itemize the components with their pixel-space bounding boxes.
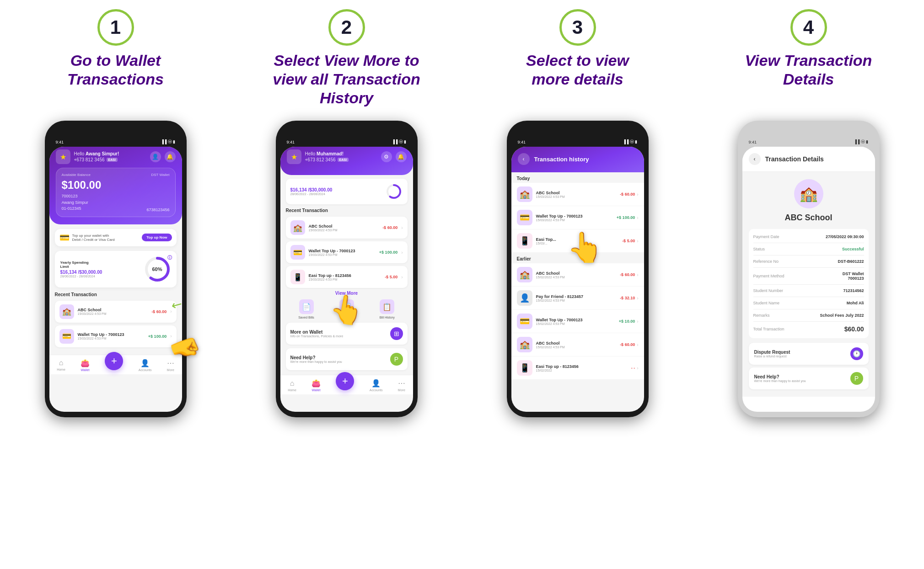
detail-total: Total Transaction $60.00 [753, 322, 864, 336]
txn-3-e3[interactable]: 💳 Wallet Top Up - 7000123 15/02/2022 4:5… [511, 310, 644, 333]
txn-3-e5-chevron: › [637, 366, 638, 371]
qa-bill-history[interactable]: 📋 Bill History [380, 299, 395, 319]
nav-wallet[interactable]: 👛 Wallet [81, 359, 90, 372]
txn-history-title: Transaction history [534, 156, 589, 163]
txn-3-e2-amount: -$ 32.10 [620, 296, 635, 300]
txn-3-e5[interactable]: 📱 Easi Top up - 8123456 15/02/2022 - - › [511, 356, 644, 380]
more-icon: ⋯ [167, 359, 174, 367]
help-section[interactable]: Need Help? We're more than happy to assi… [286, 348, 408, 370]
detail-student-name: Student Name Mohd Ali [753, 297, 864, 309]
txn-item-2[interactable]: 💳 Wallet Top Up - 7000123 15/03/2022 4:5… [55, 325, 177, 347]
txn-3-today-2[interactable]: 💳 Wallet Top Up - 7000123 15/03/2022 4:5… [511, 206, 644, 229]
txn-3-e1-right: -$ 60.00 › [620, 272, 638, 277]
phone-1-header-left: ★ Hello Awang Simpur! +673 812 3456 EASI [56, 149, 119, 164]
txn-icon-school: 🏫 [59, 304, 74, 319]
txn-3-today-1[interactable]: 🏫 ABC School 15/03/2022 4:53 PM -$ 60.00… [511, 183, 644, 206]
txn-3-e3-name: Wallet Top Up - 7000123 [536, 318, 615, 322]
settings-icon-btn[interactable]: ⚙ [381, 151, 392, 162]
txn-2-item-2[interactable]: 💳 Wallet Top Up - 7000123 15/03/2022 4:5… [286, 241, 408, 263]
signal: ▐▐ ⓦ ▮ [161, 139, 176, 145]
qa-saved-bills[interactable]: 📄 Saved Bills [298, 299, 314, 319]
nav-accounts-2[interactable]: 👤 Accounts [370, 379, 383, 392]
wallet-icon: 👛 [81, 359, 90, 367]
balance-bar: $16,134 /$30,000.00 28/06/2022 - 28/06/2… [286, 179, 408, 204]
txn-3-t2-right: +$ 100.00 › [617, 215, 639, 220]
nav-home[interactable]: ⌂ Home [57, 359, 65, 371]
txn-3-e2[interactable]: 👤 Pay for Friend - 8123457 15/02/2022 4:… [511, 287, 644, 310]
time-3: 9:41 [518, 140, 526, 144]
saved-bills-label: Saved Bills [298, 316, 314, 319]
more-wallet-title: More on Wallet [290, 330, 344, 335]
nav-more[interactable]: ⋯ More [167, 359, 174, 372]
details-title: Transaction Details [765, 155, 824, 163]
phone-3-status: 9:41 ▐▐ ⓦ ▮ [511, 139, 644, 147]
txn-2-chevron-2: › [401, 250, 403, 255]
back-button-4[interactable]: ‹ [749, 153, 761, 165]
time-2: 9:41 [287, 140, 295, 144]
txn-2-date-3: 15/03/2022 4:53 PM [309, 278, 381, 281]
time: 9:41 [56, 140, 64, 144]
recent-section-title: Recent Transaction [55, 292, 177, 297]
easi-badge: EASI [107, 158, 118, 162]
txn-3-t3-name: Easi Top... [536, 237, 619, 242]
txn-3-t3-date: 15/03/... [536, 242, 619, 245]
bell-icon-btn-2[interactable]: 🔔 [396, 151, 407, 162]
bill-re-icon: 🧾 [339, 299, 354, 314]
txn-2-icon-easi: 📱 [290, 270, 305, 284]
qa-bill-re[interactable]: 🧾 Bill Re... [339, 299, 354, 319]
txn-3-t3-right: -$ 5.00 › [622, 239, 638, 244]
spending-info: Yearly SpendingLimit $16,134 /$30,000.00… [60, 261, 144, 278]
topup-button[interactable]: Top up Now [142, 234, 172, 241]
earlier-label: Earlier [511, 253, 644, 263]
dispute-section[interactable]: Dispute Request Raise a refund request 🕐 [749, 343, 869, 365]
time-4: 9:41 [749, 140, 757, 144]
fab-button-2[interactable]: + [336, 372, 354, 390]
person-icon-btn[interactable]: 👤 [150, 151, 161, 162]
txn-3-t2-name: Wallet Top Up - 7000123 [536, 214, 613, 218]
hello-prefix-2: Hello [305, 151, 317, 156]
detail-student-num: Student Number 712314562 [753, 285, 864, 297]
txn-3-e5-info: Easi Top up - 8123456 15/02/2022 [536, 364, 628, 372]
txn-3-today-3[interactable]: 📱 Easi Top... 15/03/... -$ 5.00 › [511, 229, 644, 253]
detail-payment-date: Payment Date 27/05/2022 09:30:00 [753, 231, 864, 243]
nav-wallet-2[interactable]: 👛 Wallet [312, 379, 321, 392]
nav-accounts[interactable]: 👤 Accounts [139, 359, 152, 372]
txn-2-amount-2: +$ 100.00 [379, 250, 398, 255]
ref-value: DST-B601222 [838, 259, 864, 264]
txn-3-e1[interactable]: 🏫 ABC School 15/02/2022 4:53 PM -$ 60.00… [511, 263, 644, 287]
header-icons-2: ⚙ 🔔 [381, 151, 407, 162]
txn-2-name-3: Easi Top up - 8123456 [309, 273, 381, 278]
dispute-sub: Raise a refund request [754, 355, 790, 358]
phone-4-shell: 9:41 ▐▐ ⓦ ▮ ‹ Transaction Details 🏫 ABC … [738, 121, 880, 417]
hello-prefix: Hello [74, 151, 86, 156]
txn-3-e4[interactable]: 🏫 ABC School 15/02/2022 4:53 PM -$ 60.00… [511, 333, 644, 356]
need-help-section[interactable]: Need Help? We're more than happy to assi… [749, 367, 869, 389]
details-table: Payment Date 27/05/2022 09:30:00 Status … [749, 229, 869, 338]
nav-more-2[interactable]: ⋯ More [398, 379, 405, 392]
more-label: More [167, 368, 174, 372]
step-4-circle: 4 [790, 9, 827, 46]
topup-banner: 💳 Top up your wallet withDebit / Credit … [55, 229, 177, 246]
account-code: 01-012345 [62, 206, 88, 212]
today-label: Today [511, 172, 644, 183]
dispute-icon: 🕐 [850, 347, 863, 360]
txn-3-t1-amount: -$ 60.00 [620, 192, 635, 197]
bell-icon-btn[interactable]: 🔔 [165, 151, 176, 162]
txn-item-1[interactable]: 🏫 ABC School 15/03/2022 4:53 PM -$ 60.00… [55, 301, 177, 323]
txn-3-t2-icon: 💳 [517, 210, 532, 225]
view-more-button[interactable]: View More [286, 291, 408, 296]
txn-2-item-1[interactable]: 🏫 ABC School 15/03/2022 4:53 PM -$ 60.00… [286, 217, 408, 239]
txn-3-e4-right: -$ 60.00 › [620, 342, 638, 347]
more-wallet-section[interactable]: More on Wallet Info on Transactions, Pol… [286, 323, 408, 345]
txn-2-item-3[interactable]: 📱 Easi Top up - 8123456 15/03/2022 4:53 … [286, 266, 408, 288]
back-button-3[interactable]: ‹ [518, 153, 530, 165]
txn-3-e1-chevron: › [637, 272, 638, 277]
fab-button[interactable]: + [105, 352, 123, 370]
txn-3-e5-name: Easi Top up - 8123456 [536, 364, 628, 369]
dst-wallet-label: DST Wallet [151, 173, 169, 177]
nav-home-2[interactable]: ⌂ Home [288, 379, 296, 392]
phone-1-wrapper: 9:41 ▐▐ ⓦ ▮ ★ Hello Awang Simpur! [0, 121, 231, 417]
txn-name-1: ABC School [78, 308, 148, 312]
phone-2-notch [324, 126, 370, 136]
nav-fab-container: + [105, 360, 123, 370]
